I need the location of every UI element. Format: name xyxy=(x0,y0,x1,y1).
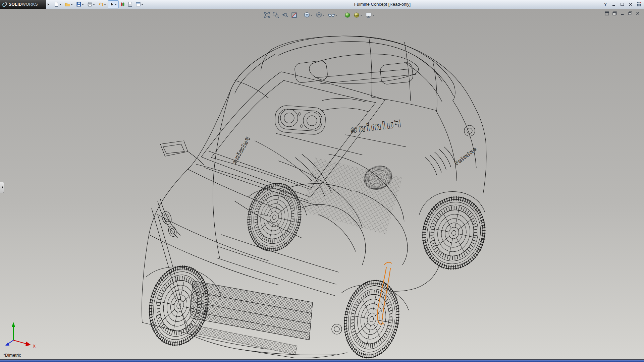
display-states-icon xyxy=(120,2,125,7)
solidworks-logo: SOLIDWORKS xyxy=(0,0,46,9)
resources-button[interactable] xyxy=(636,1,642,7)
edit-appearance-icon xyxy=(344,12,351,18)
file-properties-icon xyxy=(127,2,133,7)
apply-scene-button[interactable] xyxy=(353,11,364,19)
previous-view-icon xyxy=(282,12,288,18)
brand-light: WORKS xyxy=(22,2,38,7)
titlebar: SOLIDWORKS xyxy=(0,0,644,9)
edit-appearance-button[interactable] xyxy=(343,11,352,19)
doc-restore-icon xyxy=(628,11,632,15)
print-icon xyxy=(87,2,93,7)
model-badge-left: Fulmine xyxy=(231,136,252,165)
display-states-button[interactable] xyxy=(119,0,126,8)
model-badge-front: Fulmine xyxy=(349,118,402,136)
display-style-button[interactable] xyxy=(315,11,326,19)
3ds-swirl-icon xyxy=(2,2,7,7)
undo-icon xyxy=(98,2,104,7)
new-dropdown-caret[interactable] xyxy=(59,4,61,6)
triad-x-axis xyxy=(25,342,31,346)
hide-show-items-icon xyxy=(328,12,335,18)
triad-x-label: X xyxy=(33,344,36,348)
hide-show-items-button[interactable] xyxy=(327,11,339,19)
window-menu-icon xyxy=(612,11,617,15)
close-button[interactable] xyxy=(628,1,634,7)
headsup-view-toolbar xyxy=(263,11,376,19)
save-dropdown-caret[interactable] xyxy=(82,4,84,6)
open-button[interactable] xyxy=(63,0,75,8)
view-orientation-label: *Dimetric xyxy=(3,353,21,358)
print-dropdown-caret[interactable] xyxy=(93,4,95,6)
featuremanager-collapse-tab[interactable] xyxy=(0,182,4,193)
maximize-button[interactable] xyxy=(619,1,625,7)
doc-restore-button[interactable] xyxy=(627,11,633,16)
triad-y-axis xyxy=(12,322,15,327)
doc-close-icon xyxy=(636,12,640,15)
brand-text: SOLIDWORKS xyxy=(9,2,38,7)
hide-show-caret[interactable] xyxy=(335,15,337,17)
quick-access-toolbar xyxy=(52,0,145,9)
document-window-controls xyxy=(604,11,641,16)
menu-expand-arrow[interactable] xyxy=(48,3,50,6)
view-settings-icon xyxy=(365,12,372,18)
section-view-icon xyxy=(291,12,298,18)
file-properties-button[interactable] xyxy=(126,0,134,8)
undo-button[interactable] xyxy=(97,0,108,8)
display-style-caret[interactable] xyxy=(323,15,325,17)
window-menu-button[interactable] xyxy=(612,11,618,16)
save-button[interactable] xyxy=(75,0,86,8)
close-icon xyxy=(629,3,632,6)
open-dropdown-caret[interactable] xyxy=(71,4,73,6)
undo-dropdown-caret[interactable] xyxy=(104,4,106,6)
brand-bold: SOLID xyxy=(9,2,22,7)
window-controls: ? xyxy=(602,0,642,9)
doc-minimize-button[interactable] xyxy=(620,11,625,16)
graphics-viewport[interactable]: Fulmine Fulmine Fulmine X *Dime xyxy=(0,9,644,360)
model-wireframe-svg: Fulmine Fulmine Fulmine xyxy=(0,9,644,360)
view-settings-caret[interactable] xyxy=(372,15,374,17)
resources-grid-icon xyxy=(637,2,641,6)
status-strip xyxy=(0,359,644,362)
new-document-button[interactable] xyxy=(52,0,63,8)
help-button[interactable]: ? xyxy=(602,1,608,7)
save-icon xyxy=(76,2,82,7)
maximize-icon xyxy=(621,3,624,6)
view-settings-button[interactable] xyxy=(365,11,376,19)
window-promote-button[interactable] xyxy=(604,11,610,16)
solidworks-window: SOLIDWORKS xyxy=(0,0,644,362)
window-promote-icon xyxy=(605,11,609,15)
select-dropdown-caret[interactable] xyxy=(115,4,117,6)
new-document-icon xyxy=(54,2,59,7)
zoom-to-area-icon xyxy=(273,12,279,18)
view-options-icon xyxy=(136,2,141,7)
view-orientation-icon xyxy=(304,12,310,18)
view-orientation-button[interactable] xyxy=(303,11,314,19)
reference-triad: X xyxy=(3,319,40,348)
collapse-arrow-icon xyxy=(0,186,3,189)
apply-scene-caret[interactable] xyxy=(360,15,362,17)
apply-scene-icon xyxy=(353,12,360,18)
zoom-to-area-button[interactable] xyxy=(272,11,280,19)
select-button[interactable] xyxy=(108,0,119,8)
minimize-icon xyxy=(612,3,615,6)
view-options-button[interactable] xyxy=(134,0,145,8)
select-cursor-icon xyxy=(109,2,114,7)
open-folder-icon xyxy=(65,2,70,7)
view-orientation-caret[interactable] xyxy=(311,15,313,17)
window-title: Fulmine Concept [Read-only] xyxy=(354,0,411,9)
section-view-button[interactable] xyxy=(290,11,298,19)
print-button[interactable] xyxy=(86,0,97,8)
zoom-to-fit-button[interactable] xyxy=(263,11,271,19)
zoom-to-fit-icon xyxy=(264,12,270,18)
display-style-icon xyxy=(316,12,322,18)
selected-edge-highlight[interactable] xyxy=(377,262,392,324)
model-badge-rear: Fulmine xyxy=(454,146,478,167)
view-options-caret[interactable] xyxy=(141,4,143,6)
previous-view-button[interactable] xyxy=(281,11,289,19)
help-icon: ? xyxy=(604,2,606,7)
doc-close-button[interactable] xyxy=(635,11,641,16)
minimize-button[interactable] xyxy=(611,1,617,7)
doc-minimize-icon xyxy=(621,12,624,15)
